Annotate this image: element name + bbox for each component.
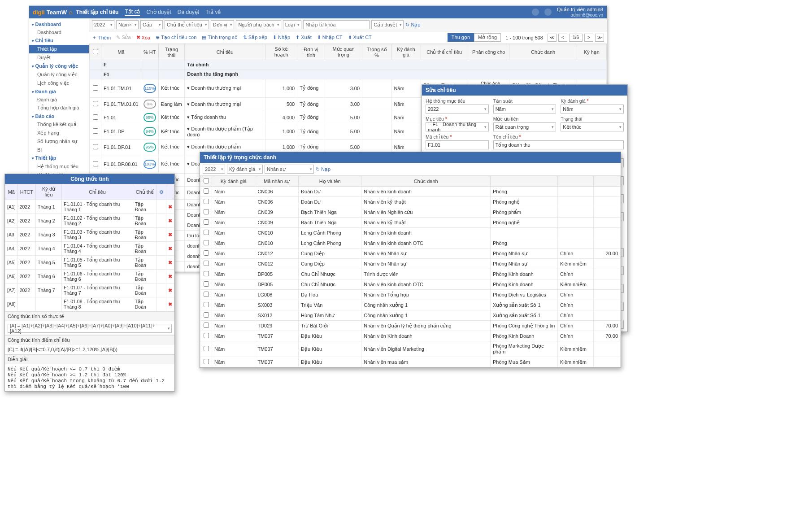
- role-row[interactable]: NămCN010Long Cảnh PhongNhân viên kinh do…: [200, 238, 621, 249]
- edit-goal[interactable]: -- F1 - Doanh thu tăng mạnh: [426, 122, 489, 131]
- tab-returned[interactable]: Trả về: [205, 9, 221, 15]
- formula-row[interactable]: [A6]2022Tháng 6F1.01.06 - Tổng doanh thu…: [5, 270, 174, 283]
- filter-type[interactable]: Loại: [283, 20, 302, 29]
- add-button[interactable]: ＋Thêm: [92, 34, 111, 41]
- role-row[interactable]: NămCN009Bạch Thiên NgaNhân viên Nghiên c…: [200, 207, 621, 218]
- role-row-check[interactable]: [204, 250, 209, 256]
- role-row-check[interactable]: [204, 261, 209, 266]
- role-row-check[interactable]: [204, 333, 209, 338]
- sidebar-item-approve[interactable]: Duyệt: [29, 53, 89, 62]
- col-unit[interactable]: Đơn vị tính: [297, 44, 325, 60]
- formula-row[interactable]: [A4]2022Tháng 4F1.01.04 - Tổng doanh thu…: [5, 242, 174, 256]
- page-first[interactable]: ≪: [548, 34, 557, 42]
- tab-approved[interactable]: Đã duyệt: [178, 9, 199, 15]
- remove-icon[interactable]: ✖: [166, 214, 174, 228]
- remove-icon[interactable]: ✖: [166, 297, 174, 311]
- role-row[interactable]: NămCN006Đoàn DựNhân viên kỹ thuậtPhòng n…: [200, 197, 621, 207]
- import-button[interactable]: ⬇Nhập: [273, 35, 290, 40]
- col-title[interactable]: Chức danh: [509, 44, 577, 60]
- remove-icon[interactable]: ✖: [166, 283, 174, 297]
- group-row[interactable]: FTài chính: [90, 60, 607, 70]
- row-check[interactable]: [93, 101, 98, 106]
- role-row[interactable]: NămDP005Chu Chỉ NhượcTrình dược viênPhòn…: [200, 269, 621, 279]
- sidebar-item-calendar[interactable]: Lịch công việc: [29, 79, 89, 87]
- col-weight[interactable]: Trọng số %: [362, 44, 391, 60]
- app-logo[interactable]: digiiTeamW ⌂: [33, 9, 76, 16]
- row-check[interactable]: [93, 161, 98, 166]
- remove-icon[interactable]: ✖: [166, 200, 174, 214]
- sidebar-item-eval-sum[interactable]: Tổng hợp đánh giá: [29, 104, 89, 112]
- role-row[interactable]: NămCN009Bạch Thiên NgaNhân viên kỹ thuật…: [200, 218, 621, 228]
- import-ct-button[interactable]: ⬇Nhập CT: [317, 35, 343, 40]
- col-code[interactable]: Mã: [101, 44, 141, 60]
- role-check-all[interactable]: [204, 178, 209, 183]
- formula-row[interactable]: [A1]2022Tháng 1F1.01.01 - Tổng doanh thu…: [5, 200, 174, 214]
- role-row-check[interactable]: [204, 292, 209, 297]
- formula-actual[interactable]: [A] = [A1]+[A2]+[A3]+[A4]+[A5]+[A6]+[A7]…: [5, 321, 174, 335]
- formula-row[interactable]: [A2]2022Tháng 2F1.01.02 - Tổng doanh thu…: [5, 214, 174, 228]
- formula-row[interactable]: [A8]F1.01.08 - Tổng doanh thu Tháng 8Tập…: [5, 297, 174, 311]
- role-row[interactable]: NămCN006Đoàn DựNhân viên kinh doanhPhòng: [200, 187, 621, 197]
- role-row-check[interactable]: [204, 359, 209, 364]
- role-row[interactable]: NămCN012Cung DiệpNhân viên Nhân sựPhòng …: [200, 249, 621, 259]
- sidebar-group-work[interactable]: Quản lý công việc: [29, 62, 89, 70]
- page-last[interactable]: ≫: [595, 34, 604, 42]
- role-row[interactable]: NămTM007Đậu KiềuNhân viên Kinh doanhPhòn…: [200, 331, 621, 341]
- col-plan[interactable]: Số kế hoạch: [265, 44, 297, 60]
- page-next[interactable]: >: [584, 34, 593, 42]
- bell-icon[interactable]: [532, 9, 539, 16]
- role-row-check[interactable]: [204, 302, 209, 307]
- edit-code[interactable]: F1.01: [426, 140, 489, 149]
- role-row-check[interactable]: [204, 199, 209, 204]
- role-filter-year[interactable]: 2022: [203, 165, 225, 174]
- role-row[interactable]: NămTM007Đậu KiềuNhân viên mua sắmPhòng M…: [200, 357, 621, 367]
- filter-period[interactable]: Năm: [116, 20, 139, 29]
- export-button[interactable]: ⬆Xuất: [296, 35, 312, 40]
- sidebar-item-hr-count[interactable]: Số lượng nhân sự: [29, 137, 89, 146]
- role-row[interactable]: NămTD029Trư Bát GiớiNhân viên Quản lý hệ…: [200, 321, 621, 331]
- formula-row[interactable]: [A3]2022Tháng 3F1.01.03 - Tổng doanh thu…: [5, 228, 174, 242]
- sidebar-group-report[interactable]: Báo cáo: [29, 112, 89, 120]
- role-row[interactable]: NămCN012Cung DiệpNhân viên Nhân sựPhòng …: [200, 259, 621, 269]
- role-row[interactable]: NămSX003Triệu VânCông nhân xưởng 1Xưởng …: [200, 300, 621, 310]
- group-row[interactable]: F1Doanh thu tăng mạnh: [90, 70, 607, 79]
- filter-level[interactable]: Cấp: [140, 20, 163, 29]
- sidebar-item-rank[interactable]: Xếp hạng: [29, 129, 89, 137]
- tab-all[interactable]: Tất cả: [125, 9, 140, 16]
- home-icon[interactable]: ⌂: [69, 9, 72, 16]
- sidebar-item-setup[interactable]: Thiết lập: [29, 45, 89, 53]
- edit-freq[interactable]: Năm: [493, 105, 557, 113]
- remove-icon[interactable]: ✖: [166, 256, 174, 270]
- export-ct-button[interactable]: ⬆Xuất CT: [348, 35, 372, 40]
- role-reload-button[interactable]: ↻ Nạp: [316, 166, 330, 172]
- filter-year[interactable]: 2022: [92, 20, 114, 29]
- row-check[interactable]: [93, 128, 98, 134]
- sidebar-item-goal-sys[interactable]: Hệ thống mục tiêu: [29, 162, 89, 171]
- delete-button[interactable]: ✖Xóa: [136, 35, 151, 40]
- user-block[interactable]: Quản trị viên admin8 admin8@ooc.vn: [557, 7, 603, 17]
- filter-approval[interactable]: Cấp duyệt: [371, 20, 404, 29]
- avatar[interactable]: [544, 9, 552, 16]
- col-pct[interactable]: % HT: [141, 44, 158, 60]
- sidebar-group-target[interactable]: Chỉ tiêu: [29, 36, 89, 45]
- col-due[interactable]: Kỳ hạn: [577, 44, 606, 60]
- row-check[interactable]: [93, 85, 98, 91]
- role-row-check[interactable]: [204, 323, 209, 328]
- role-row-check[interactable]: [204, 312, 209, 318]
- remove-icon[interactable]: ✖: [166, 242, 174, 256]
- edit-name[interactable]: Tổng doanh thu: [493, 140, 624, 149]
- page-prev[interactable]: <: [558, 34, 567, 42]
- formula-row[interactable]: [A7]2022Tháng 7F1.01.07 - Tổng doanh thu…: [5, 283, 174, 297]
- tab-pending[interactable]: Chờ duyệt: [146, 9, 171, 15]
- sidebar-group-config[interactable]: Thiết lập: [29, 154, 89, 162]
- role-row[interactable]: NămLG008Dạ HoaNhân viên Tổng hợpPhòng Dị…: [200, 290, 621, 300]
- filter-pic[interactable]: Người phụ trách: [236, 20, 281, 29]
- edit-button[interactable]: ✎Sửa: [116, 35, 130, 40]
- edit-status[interactable]: Kết thúc: [561, 122, 624, 131]
- sidebar-group-eval[interactable]: Đánh giá: [29, 87, 89, 96]
- col-status[interactable]: Trạng thái: [158, 44, 185, 60]
- filter-unit[interactable]: Đơn vị: [211, 20, 235, 29]
- edit-sys[interactable]: 2022: [426, 105, 489, 113]
- filter-owner[interactable]: Chủ thể chỉ tiêu: [165, 20, 209, 29]
- sort-button[interactable]: ⇅Sắp xếp: [243, 35, 267, 40]
